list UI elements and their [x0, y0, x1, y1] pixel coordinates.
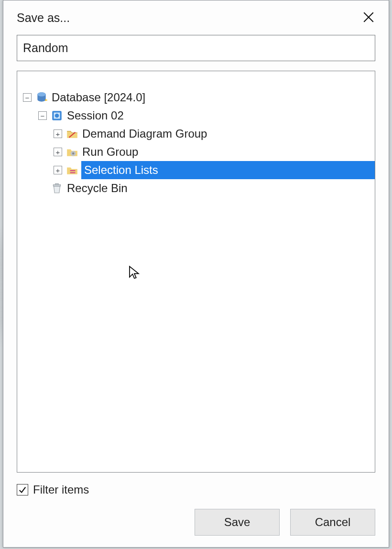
expand-toggle[interactable]: + — [54, 166, 62, 174]
tree-item-database[interactable]: − Database [2024.0] — [17, 88, 375, 107]
svg-point-8 — [72, 152, 74, 154]
mouse-cursor-icon — [128, 265, 141, 281]
dialog-body: − Database [2024.0] − — [3, 35, 389, 547]
tree-item-run-group[interactable]: + Run Group — [17, 143, 375, 161]
tree-item-demand-diagram-group[interactable]: + Demand Diagram Group — [17, 125, 375, 143]
tree-item-label: Selection Lists — [81, 161, 375, 179]
filter-items-label: Filter items — [33, 483, 89, 496]
svg-point-6 — [55, 114, 59, 118]
filter-items-checkbox[interactable]: Filter items — [17, 483, 375, 496]
save-as-dialog: Save as... − — [3, 0, 389, 548]
button-row: Save Cancel — [17, 509, 375, 536]
tree-item-label: Database [2024.0] — [51, 91, 145, 104]
expand-toggle[interactable]: + — [54, 129, 62, 138]
expand-toggle[interactable]: + — [54, 148, 62, 156]
dialog-title: Save as... — [17, 11, 70, 25]
tree-item-label: Session 02 — [66, 109, 124, 122]
folder-list-icon — [66, 164, 78, 176]
tree-item-recycle-bin[interactable]: Recycle Bin — [17, 179, 375, 197]
titlebar: Save as... — [3, 0, 389, 35]
tree-item-label: Run Group — [81, 145, 138, 159]
expand-placeholder — [38, 184, 47, 193]
tree-pane[interactable]: − Database [2024.0] − — [17, 71, 375, 473]
tree-item-label: Demand Diagram Group — [81, 127, 207, 140]
svg-rect-10 — [70, 172, 76, 173]
close-button[interactable] — [357, 6, 380, 29]
tree-item-selection-lists[interactable]: + Selection Lists — [17, 161, 375, 179]
database-icon — [35, 91, 48, 104]
save-button[interactable]: Save — [195, 509, 280, 536]
svg-point-3 — [37, 92, 45, 97]
close-icon — [362, 11, 375, 25]
svg-marker-4 — [45, 99, 48, 101]
cancel-button[interactable]: Cancel — [290, 509, 375, 536]
tree-item-label: Recycle Bin — [66, 182, 128, 195]
svg-rect-9 — [70, 170, 76, 171]
expand-toggle[interactable]: − — [38, 111, 47, 120]
expand-toggle[interactable]: − — [23, 93, 32, 102]
recycle-bin-icon — [51, 182, 63, 194]
tree-item-session[interactable]: − Session 02 — [17, 107, 375, 125]
folder-diagram-icon — [66, 128, 78, 140]
svg-rect-12 — [55, 183, 59, 184]
checkbox-icon — [17, 484, 28, 495]
folder-gear-icon — [66, 146, 78, 158]
session-icon — [51, 109, 63, 122]
save-name-input[interactable] — [17, 35, 375, 61]
